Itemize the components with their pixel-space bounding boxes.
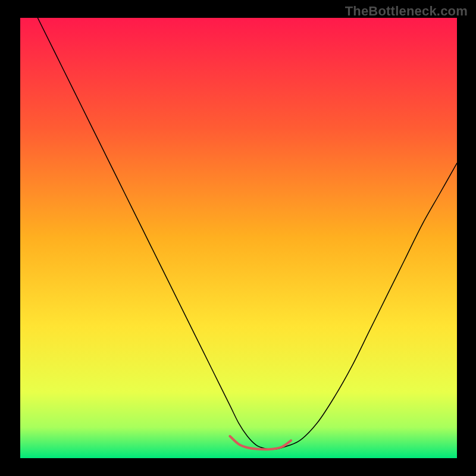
chart-svg [0, 0, 476, 476]
watermark-text: TheBottleneck.com [345, 4, 468, 19]
plot-background [20, 18, 457, 458]
chart-frame: TheBottleneck.com [0, 0, 476, 476]
